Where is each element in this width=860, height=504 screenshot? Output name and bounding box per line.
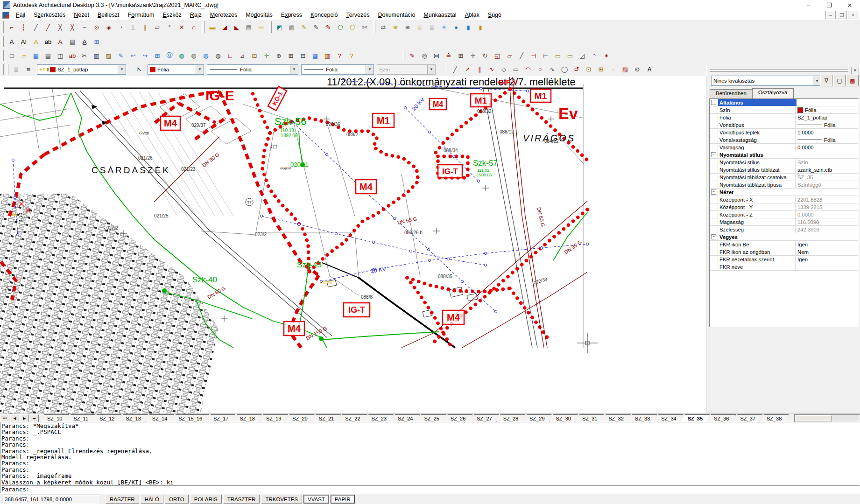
insert-block-icon[interactable]: ⊡ — [583, 64, 594, 75]
property-value[interactable]: Igen — [796, 256, 858, 263]
hatch-tool-icon[interactable]: ▨ — [286, 22, 297, 33]
explode-icon[interactable]: ✶ — [601, 50, 612, 61]
toolbar-grip[interactable] — [1, 50, 4, 61]
tag-green-icon[interactable]: ⬠ — [335, 22, 346, 33]
ordinate-dimension-icon[interactable]: xyz — [255, 22, 267, 33]
plotstyle-dropdown[interactable]: Szín▼ — [377, 64, 436, 75]
mline-icon[interactable]: ∥ — [474, 64, 485, 75]
line-icon[interactable]: ╱ — [450, 64, 461, 75]
filter-icon[interactable]: ∇ — [820, 75, 832, 86]
array-icon[interactable]: ⊞ — [455, 50, 466, 61]
paste-icon[interactable]: ▨ — [103, 50, 114, 61]
menu-koncepció[interactable]: Koncepció — [306, 12, 342, 18]
lock-icon[interactable]: ▮ — [463, 22, 474, 33]
text-frame-icon[interactable]: ▤ — [67, 36, 78, 47]
layer-isolate-icon[interactable]: ≋ — [390, 22, 401, 33]
unlock-icon[interactable]: ▮ — [475, 22, 486, 33]
text-icon[interactable]: A — [644, 64, 655, 75]
palette-tab-Betűrendben[interactable]: Betűrendben — [710, 89, 753, 98]
tab-nav-prev-icon[interactable]: ◀ — [10, 414, 19, 422]
menu-rajz[interactable]: Rajz — [186, 12, 206, 18]
extend-icon[interactable]: ⊢ — [540, 50, 551, 61]
mdi-minimize-button[interactable]: – — [825, 11, 836, 19]
minimize-button[interactable]: – — [798, 0, 819, 10]
toolbar-grip[interactable] — [1, 21, 4, 33]
pencil-red-icon[interactable]: ✎ — [323, 22, 334, 33]
sheet-tab-SZ_14[interactable]: SZ_14 — [145, 414, 174, 422]
chevron-down-icon[interactable]: ▼ — [366, 65, 374, 74]
point-icon[interactable]: · — [607, 64, 619, 75]
sheet-tab-SZ_24[interactable]: SZ_24 — [391, 414, 420, 422]
status-toggle-raszter[interactable]: RASZTER — [106, 495, 139, 504]
command-window[interactable]: Parancs: *Megszakítva* Parancs: _.PSPACE… — [0, 422, 860, 494]
snap-node-icon[interactable]: ° — [164, 22, 175, 33]
menu-méretezés[interactable]: Méretezés — [206, 12, 241, 18]
tab-nav-last-icon[interactable]: ⏭ — [30, 414, 39, 422]
menu-szerkesztés[interactable]: Szerkesztés — [29, 12, 70, 18]
zoom-realtime-icon[interactable]: ⊕ — [273, 50, 284, 61]
toolbar-grip[interactable] — [6, 64, 8, 75]
cut-icon[interactable]: ✂ — [79, 50, 90, 61]
property-value[interactable]: Fólia — [796, 121, 858, 128]
property-group-Nyomtatási stílus[interactable]: −Nyomtatási stílus — [710, 151, 858, 159]
snap-midpoint-icon[interactable]: ╱ — [42, 22, 54, 33]
polyline-icon[interactable]: ∿ — [486, 64, 497, 75]
spell-icon[interactable]: ab — [67, 50, 78, 61]
collapse-icon[interactable]: − — [710, 99, 718, 106]
sheet-tab-SZ_10[interactable]: SZ_10 — [40, 414, 69, 422]
tab-nav-next-icon[interactable]: ▶ — [20, 414, 29, 422]
angular-dimension-icon[interactable]: ◣ — [231, 22, 242, 33]
stretch-icon[interactable]: ▱ — [504, 50, 515, 61]
snap-endpoint-icon[interactable]: ╱ — [30, 22, 42, 33]
snap-apparent-intersection-icon[interactable]: ╳ — [67, 22, 78, 33]
restore-button[interactable]: ❐ — [819, 0, 839, 10]
erase-icon[interactable]: ✎ — [407, 50, 418, 61]
sheet-tab-SZ_37[interactable]: SZ_37 — [733, 414, 762, 422]
menu-módosítás[interactable]: Módosítás — [241, 12, 277, 18]
menu-dokumentáció[interactable]: Dokumentáció — [374, 12, 419, 18]
property-value[interactable]: Fólia — [796, 106, 858, 113]
property-value[interactable]: 1339.2215 — [796, 203, 858, 210]
property-group-Vegyes[interactable]: −Vegyes — [710, 233, 858, 241]
sheet-tab-SZ_33[interactable]: SZ_33 — [628, 414, 657, 422]
snap-parallel-icon[interactable]: ∥ — [140, 22, 151, 33]
status-toggle-poláris[interactable]: POLÁRIS — [190, 495, 222, 504]
menu-nézet[interactable]: Nézet — [70, 12, 93, 18]
temporary-track-icon[interactable]: ⌐ — [6, 22, 17, 33]
region-icon[interactable]: ⊚ — [632, 64, 643, 75]
palette-close-icon[interactable]: ✕ — [851, 67, 859, 74]
property-value[interactable]: Színfüggő — [796, 181, 858, 188]
mirror-icon[interactable]: ⋈ — [431, 50, 442, 61]
make-layer-current-icon[interactable]: ⇱ — [134, 64, 145, 75]
collapse-icon[interactable]: − — [710, 151, 718, 158]
lineweight-dropdown[interactable]: Fólia▼ — [301, 64, 374, 75]
angle-icon[interactable]: ⊿ — [237, 50, 248, 61]
sheet-tab-SZ_12[interactable]: SZ_12 — [92, 414, 121, 422]
menu-eszköz[interactable]: Eszköz — [158, 12, 185, 18]
property-value[interactable]: 242.3903 — [796, 226, 858, 233]
spline-icon[interactable]: ∿ — [547, 64, 558, 75]
sheet-tab-SZ_31[interactable]: SZ_31 — [575, 414, 604, 422]
selection-dropdown[interactable]: Nincs kiválasztás ▼ — [711, 76, 821, 86]
snap-center-icon[interactable]: ⊙ — [91, 22, 102, 33]
print-icon[interactable]: ▤ — [42, 50, 54, 61]
circle-icon[interactable]: ○ — [535, 64, 546, 75]
text-a-icon[interactable]: A — [6, 36, 17, 47]
property-value[interactable]: Igen — [796, 241, 858, 248]
sheet-tab-SZ_21[interactable]: SZ_21 — [312, 414, 341, 422]
property-value[interactable]: Nem — [796, 248, 858, 255]
sheet-tab-SZ_18[interactable]: SZ_18 — [233, 414, 261, 422]
text-italic-icon[interactable]: A — [30, 36, 42, 47]
toolbar-grip[interactable] — [1, 36, 4, 47]
sheet-tab-SZ_32[interactable]: SZ_32 — [601, 414, 630, 422]
status-toggle-trkövetés[interactable]: TRKÖVETÉS — [261, 495, 302, 504]
sheet-tab-SZ_38[interactable]: SZ_38 — [760, 414, 789, 422]
rotate-icon[interactable]: ↻ — [479, 50, 491, 61]
collapse-icon[interactable]: − — [710, 233, 718, 240]
sheet-tab-SZ_11[interactable]: SZ_11 — [66, 414, 95, 422]
open-icon[interactable]: ▱ — [18, 50, 29, 61]
freeze-icon[interactable]: ✳ — [438, 22, 450, 33]
toolbar-grip[interactable] — [269, 21, 272, 33]
ellipse-icon[interactable]: ◯ — [559, 64, 570, 75]
menu-beilleszt[interactable]: Beilleszt — [93, 12, 124, 18]
